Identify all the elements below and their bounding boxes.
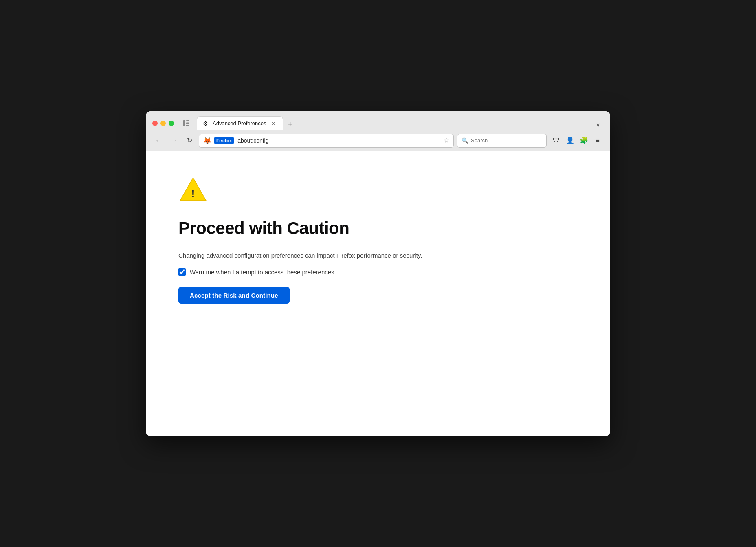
forward-icon: → [171, 137, 177, 144]
active-tab[interactable]: ⚙ Advanced Preferences ✕ [197, 116, 283, 130]
firefox-logo-icon: 🦊 [203, 137, 211, 144]
traffic-lights [152, 121, 174, 126]
back-icon: ← [155, 137, 162, 144]
address-bar[interactable]: 🦊 Firefox about:config ☆ [199, 134, 454, 148]
tab-close-button[interactable]: ✕ [270, 120, 277, 127]
address-text: about:config [237, 137, 440, 144]
warn-checkbox-label[interactable]: Warn me when I attempt to access these p… [190, 269, 334, 276]
forward-button[interactable]: → [168, 135, 180, 147]
warn-checkbox-input[interactable] [178, 268, 186, 276]
warning-triangle-icon: ! [178, 175, 208, 205]
warn-checkbox-row: Warn me when I attempt to access these p… [178, 268, 578, 276]
new-tab-button[interactable]: + [285, 119, 296, 130]
back-button[interactable]: ← [152, 135, 165, 147]
tab-list-button[interactable]: ∨ [592, 119, 604, 130]
account-button[interactable]: 👤 [564, 135, 576, 147]
svg-text:!: ! [191, 187, 195, 200]
title-bar: ⚙ Advanced Preferences ✕ + ∨ [146, 111, 610, 130]
extensions-icon: 🧩 [580, 136, 588, 145]
sidebar-toggle-button[interactable] [180, 117, 192, 129]
bookmark-star-button[interactable]: ☆ [444, 137, 449, 144]
accept-risk-button[interactable]: Accept the Risk and Continue [178, 287, 290, 304]
tab-title: Advanced Preferences [213, 120, 266, 126]
minimize-button[interactable] [160, 121, 166, 126]
toolbar-icons: 🛡 👤 🧩 ≡ [550, 135, 604, 147]
tabs-area: ⚙ Advanced Preferences ✕ + ∨ [197, 116, 604, 130]
new-tab-icon: + [288, 120, 292, 129]
svg-rect-1 [186, 120, 189, 121]
maximize-button[interactable] [169, 121, 174, 126]
search-input[interactable] [471, 137, 542, 143]
search-bar-container: 🔍 [457, 134, 547, 148]
nav-bar: ← → ↻ 🦊 Firefox about:config ☆ 🔍 🛡 👤 [146, 130, 610, 151]
svg-rect-0 [183, 120, 185, 126]
menu-button[interactable]: ≡ [591, 135, 604, 147]
browser-window: ⚙ Advanced Preferences ✕ + ∨ ← → ↻ 🦊 [146, 111, 610, 436]
pocket-icon: 🛡 [553, 137, 560, 145]
close-button[interactable] [152, 121, 158, 126]
svg-rect-2 [186, 123, 189, 124]
reload-button[interactable]: ↻ [183, 135, 196, 147]
tab-list-icon: ∨ [596, 121, 600, 128]
warning-icon-wrapper: ! [178, 175, 578, 206]
menu-icon: ≡ [596, 137, 600, 145]
account-icon: 👤 [566, 136, 574, 145]
extensions-button[interactable]: 🧩 [578, 135, 590, 147]
tab-close-icon: ✕ [271, 121, 275, 126]
star-icon: ☆ [444, 137, 449, 144]
svg-rect-3 [186, 125, 189, 126]
page-content: ! Proceed with Caution Changing advanced… [146, 151, 610, 436]
firefox-badge: Firefox [214, 137, 234, 144]
pocket-button[interactable]: 🛡 [550, 135, 562, 147]
reload-icon: ↻ [187, 137, 192, 144]
tab-favicon-icon: ⚙ [203, 120, 209, 127]
page-heading: Proceed with Caution [178, 218, 578, 238]
page-description: Changing advanced configuration preferen… [178, 251, 578, 260]
search-icon: 🔍 [462, 137, 468, 144]
